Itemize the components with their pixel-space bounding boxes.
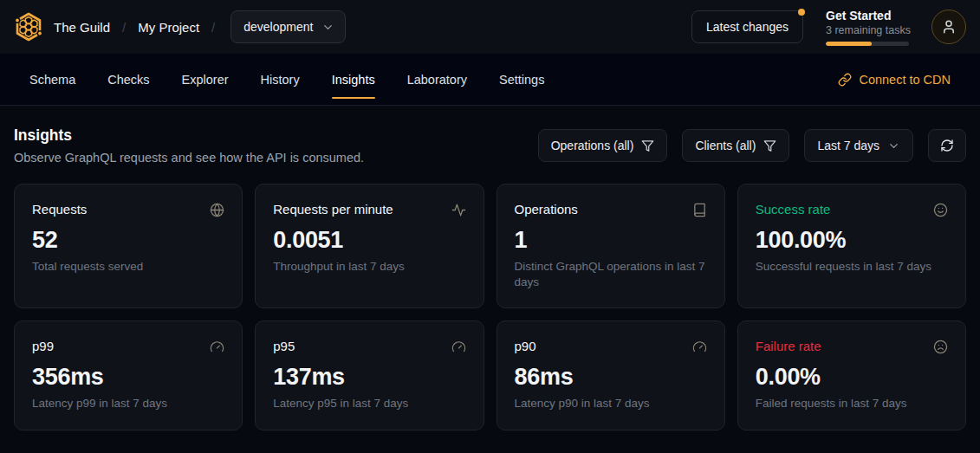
operations-filter-button[interactable]: Operations (all) [538,129,668,162]
breadcrumb: The Guild / My Project / [54,20,215,35]
card-title: p95 [273,339,295,353]
card-title: Operations [515,202,578,217]
filter-icon [763,139,776,152]
period-select-value: Last 7 days [817,139,879,152]
get-started-title: Get Started [826,9,909,23]
card-value: 86ms [515,364,707,391]
tab-insights[interactable]: Insights [332,54,375,105]
stat-card-failure-rate: Failure rate 0.00% Failed requests in la… [737,320,966,430]
card-value: 0.00% [756,364,948,391]
stat-card-success-rate: Success rate 100.00% Successful requests… [737,184,966,308]
card-title: Requests per minute [273,202,393,217]
card-value: 0.0051 [273,227,465,254]
card-description: Distinct GraphQL operations in last 7 da… [515,259,707,290]
card-description: Throughput in last 7 days [273,259,465,275]
refresh-button[interactable] [928,129,966,162]
get-started-progressbar [826,42,909,46]
filters-toolbar: Operations (all) Clients (all) Last 7 da… [538,129,966,162]
card-value: 52 [32,227,224,254]
card-description: Latency p99 in last 7 days [32,396,224,411]
gauge-icon [451,340,466,354]
gauge-icon [210,340,224,354]
breadcrumb-separator: / [122,20,126,35]
nav-tabs: Schema Checks Explorer History Insights … [29,54,544,105]
card-value: 137ms [273,364,465,391]
topbar: The Guild / My Project / development Lat… [0,0,980,54]
avatar[interactable] [931,10,966,44]
chevron-down-icon [887,139,900,152]
user-icon [941,19,957,35]
frown-icon [933,340,948,354]
stats-grid: Requests 52 Total requests served Reques… [14,184,966,430]
tab-schema[interactable]: Schema [29,54,75,105]
link-icon [838,73,852,87]
page-description: Observe GraphQL requests and see how the… [14,151,364,165]
tab-explorer[interactable]: Explorer [182,54,229,105]
card-title: p90 [515,339,536,353]
latest-changes-button[interactable]: Latest changes [691,10,803,43]
insights-page: Insights Observe GraphQL requests and se… [0,106,980,430]
stat-card-requests: Requests 52 Total requests served [14,184,243,308]
card-description: Failed requests in last 7 days [756,396,948,411]
get-started-widget[interactable]: Get Started 3 remaining tasks [826,9,909,46]
breadcrumb-org[interactable]: The Guild [54,20,110,35]
stat-card-rpm: Requests per minute 0.0051 Throughput in… [255,184,484,308]
notification-dot [798,9,805,16]
card-title: Requests [32,202,87,217]
hive-honeycomb-logo-icon[interactable] [14,12,43,42]
card-title: Success rate [756,202,831,217]
target-select[interactable]: development [230,10,346,43]
card-title: Failure rate [756,339,821,353]
insights-header: Insights Observe GraphQL requests and se… [14,126,966,165]
clients-filter-button[interactable]: Clients (all) [682,129,789,162]
stat-card-p90: p90 86ms Latency p90 in last 7 days [496,320,725,430]
page-title: Insights [14,126,364,145]
card-value: 1 [515,227,707,254]
tab-checks[interactable]: Checks [107,54,149,105]
card-description: Successful requests in last 7 days [756,259,948,275]
tab-settings[interactable]: Settings [499,54,544,105]
stat-card-operations: Operations 1 Distinct GraphQL operations… [496,184,725,308]
connect-to-cdn-link[interactable]: Connect to CDN [838,54,951,105]
breadcrumb-separator: / [211,20,215,35]
globe-icon [210,203,224,217]
connect-to-cdn-label: Connect to CDN [859,73,951,87]
target-select-value: development [243,20,313,34]
tab-history[interactable]: History [261,54,300,105]
operations-filter-label: Operations (all) [551,139,634,152]
stat-card-p99: p99 356ms Latency p99 in last 7 days [14,320,243,430]
card-value: 356ms [32,364,224,391]
card-description: Total requests served [32,259,224,275]
tab-laboratory[interactable]: Laboratory [407,54,467,105]
get-started-subtitle: 3 remaining tasks [826,24,909,36]
card-value: 100.00% [756,227,948,254]
latest-changes-label: Latest changes [706,20,789,34]
gauge-icon [692,340,707,354]
card-description: Latency p95 in last 7 days [273,396,465,411]
get-started-progress-fill [826,42,872,46]
smile-icon [933,203,948,217]
breadcrumb-project[interactable]: My Project [138,20,199,35]
main-nav: Schema Checks Explorer History Insights … [0,54,980,106]
chevron-down-icon [321,21,334,34]
filter-icon [641,139,654,152]
stat-card-p95: p95 137ms Latency p95 in last 7 days [255,320,484,430]
period-select[interactable]: Last 7 days [804,129,913,162]
book-icon [692,203,707,217]
topbar-right: Latest changes Get Started 3 remaining t… [691,9,966,46]
refresh-icon [940,139,954,152]
insights-header-text: Insights Observe GraphQL requests and se… [14,126,364,165]
card-description: Latency p90 in last 7 days [515,396,707,411]
card-title: p99 [32,339,54,353]
clients-filter-label: Clients (all) [695,139,756,152]
activity-icon [451,203,466,217]
